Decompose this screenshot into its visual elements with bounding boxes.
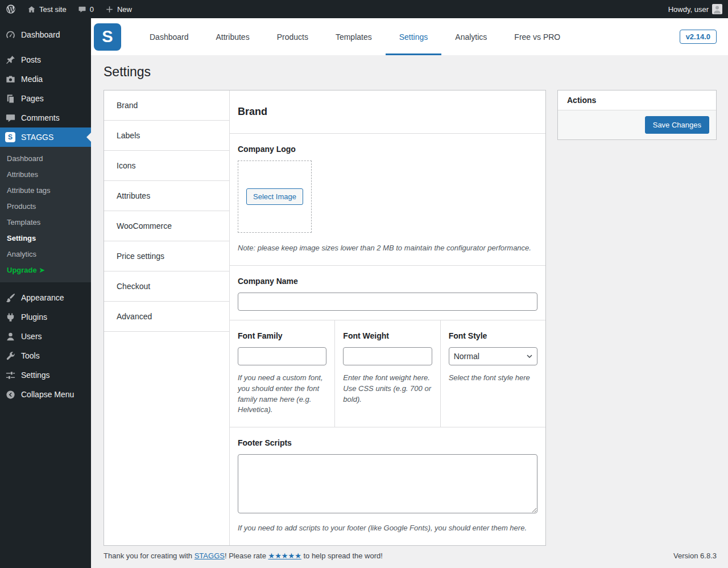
sidebar-item-label: Users [21, 332, 42, 341]
font-style-label: Font Style [449, 331, 537, 340]
sidebar-item-label: Dashboard [21, 30, 60, 39]
staggs-link[interactable]: STAGGS [195, 551, 225, 560]
topnav-templates[interactable]: Templates [322, 18, 386, 55]
settings-card: Brand Labels Icons Attributes WooCommerc… [104, 90, 546, 546]
new-label: New [117, 5, 132, 14]
settings-tab-list: Brand Labels Icons Attributes WooCommerc… [104, 90, 230, 545]
sidebar-item-comments[interactable]: Comments [0, 108, 91, 127]
pages-icon [5, 93, 16, 104]
sidebar-item-label: Settings [21, 371, 50, 380]
staggs-submenu-dashboard[interactable]: Dashboard [0, 150, 91, 166]
menu-separator [0, 282, 91, 288]
sidebar-item-plugins[interactable]: Plugins [0, 307, 91, 327]
rating-stars-link[interactable]: ★★★★★ [268, 551, 301, 560]
sidebar-item-label: Media [21, 75, 43, 84]
sidebar-item-label: Posts [21, 55, 41, 64]
footer-version: Version 6.8.3 [673, 551, 717, 560]
staggs-submenu-upgrade[interactable]: Upgrade ➤ [0, 262, 91, 278]
page-body: Settings Brand Labels Icons Attributes W… [91, 55, 728, 546]
avatar [712, 4, 722, 14]
company-name-input[interactable] [238, 293, 537, 311]
home-icon [27, 5, 36, 14]
sidebar-item-label: Plugins [21, 312, 47, 322]
tab-icons[interactable]: Icons [104, 151, 229, 181]
staggs-submenu-templates[interactable]: Templates [0, 214, 91, 230]
font-style-select[interactable]: Normal [449, 347, 537, 365]
font-family-input[interactable] [238, 347, 326, 365]
comments-menu[interactable]: 0 [72, 0, 100, 18]
footer-scripts-label: Footer Scripts [238, 438, 537, 447]
sidebar-item-staggs[interactable]: S STAGGS [0, 127, 91, 147]
topnav-attributes[interactable]: Attributes [202, 18, 263, 55]
user-icon [5, 331, 16, 342]
font-weight-label: Font Weight [343, 331, 432, 340]
sidebar-item-appearance[interactable]: Appearance [0, 288, 91, 307]
page-root: Test site 0 New Howdy, user [0, 0, 728, 568]
tab-labels[interactable]: Labels [104, 121, 229, 151]
tab-price-settings[interactable]: Price settings [104, 241, 229, 271]
tab-advanced[interactable]: Advanced [104, 302, 229, 332]
site-name: Test site [39, 5, 67, 14]
logo-upload-dropzone: Select Image [238, 160, 312, 233]
topnav-free-vs-pro[interactable]: Free vs PRO [500, 18, 574, 55]
menu-separator [0, 44, 91, 50]
site-name-menu[interactable]: Test site [22, 0, 72, 18]
staggs-top-nav: Dashboard Attributes Products Templates … [136, 18, 574, 55]
topnav-dashboard[interactable]: Dashboard [136, 18, 202, 55]
sidebar-item-label: Pages [21, 94, 44, 103]
company-logo-section: Company Logo Select Image Note: please k… [230, 134, 545, 266]
footer-text: to help spread the word! [301, 551, 383, 560]
sidebar-item-label: Appearance [21, 293, 64, 302]
new-content-menu[interactable]: New [100, 0, 138, 18]
tab-brand[interactable]: Brand [104, 90, 229, 121]
font-family-label: Font Family [238, 331, 326, 340]
sidebar-item-tools[interactable]: Tools [0, 346, 91, 365]
save-changes-button[interactable]: Save Changes [645, 116, 709, 134]
version-badge: v2.14.0 [680, 30, 717, 44]
font-style-description: Select the font style here [449, 373, 537, 384]
topnav-products[interactable]: Products [263, 18, 322, 55]
my-account-menu[interactable]: Howdy, user [663, 0, 728, 18]
sidebar-item-label: Comments [21, 113, 60, 122]
sidebar-item-media[interactable]: Media [0, 69, 91, 89]
staggs-submenu: Dashboard Attributes Attribute tags Prod… [0, 147, 91, 282]
tab-woocommerce[interactable]: WooCommerce [104, 211, 229, 241]
wp-logo-menu[interactable] [0, 0, 22, 18]
sidebar-item-pages[interactable]: Pages [0, 89, 91, 108]
admin-footer: Thank you for creating with STAGGS! Plea… [91, 546, 728, 568]
main-content: S Dashboard Attributes Products Template… [91, 18, 728, 568]
howdy-text: Howdy, user [668, 5, 709, 14]
footer-scripts-description: If you need to add scripts to your foote… [238, 523, 537, 534]
pushpin-icon [5, 54, 16, 65]
settings-panel: Brand Company Logo Select Image Note: pl… [230, 90, 545, 545]
select-image-button[interactable]: Select Image [246, 188, 303, 205]
staggs-submenu-products[interactable]: Products [0, 198, 91, 214]
font-weight-input[interactable] [343, 347, 432, 365]
logo-size-note: Note: please keep image sizes lower than… [238, 243, 537, 254]
wp-admin-menu: Dashboard Posts Media Pages [0, 18, 91, 568]
dashboard-gauge-icon [5, 29, 16, 40]
comments-count: 0 [90, 5, 94, 14]
sidebar-item-settings[interactable]: Settings [0, 365, 91, 385]
company-logo-label: Company Logo [238, 145, 537, 154]
staggs-submenu-settings[interactable]: Settings [0, 230, 91, 246]
staggs-submenu-attribute-tags[interactable]: Attribute tags [0, 182, 91, 198]
staggs-submenu-attributes[interactable]: Attributes [0, 166, 91, 182]
sidebar-item-dashboard[interactable]: Dashboard [0, 25, 91, 44]
sidebar-item-posts[interactable]: Posts [0, 50, 91, 69]
topnav-settings[interactable]: Settings [386, 18, 442, 55]
tab-attributes[interactable]: Attributes [104, 181, 229, 211]
footer-text: ! Please rate [225, 551, 268, 560]
page-title: Settings [104, 64, 717, 80]
footer-scripts-section: Footer Scripts If you need to add script… [230, 427, 545, 545]
tab-checkout[interactable]: Checkout [104, 271, 229, 302]
sidebar-item-users[interactable]: Users [0, 327, 91, 346]
footer-scripts-textarea[interactable] [238, 454, 537, 513]
sidebar-item-collapse-menu[interactable]: Collapse Menu [0, 385, 91, 404]
actions-card: Actions Save Changes [557, 90, 717, 140]
collapse-arrow-icon [5, 389, 16, 400]
staggs-submenu-analytics[interactable]: Analytics [0, 246, 91, 262]
topnav-analytics[interactable]: Analytics [441, 18, 500, 55]
staggs-brand-logo[interactable]: S [94, 23, 121, 51]
actions-title: Actions [558, 90, 716, 110]
